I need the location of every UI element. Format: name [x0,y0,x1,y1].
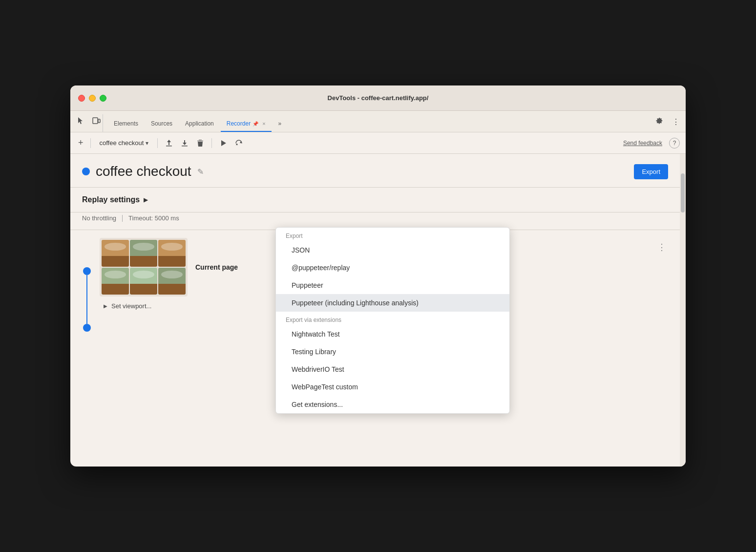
window-title: DevTools - coffee-cart.netlify.app/ [328,94,429,102]
export-json-item[interactable]: JSON [276,241,509,259]
play-button[interactable] [217,137,230,149]
devtools-tab-bar: Elements Sources Application Recorder 📌 … [70,111,686,132]
toolbar-divider-3 [211,138,212,148]
toolbar-divider-2 [157,138,158,148]
info-divider [122,215,123,222]
devtools-window: DevTools - coffee-cart.netlify.app/ Elem… [70,85,686,467]
edit-title-icon[interactable]: ✎ [197,167,204,176]
main-content: coffee checkout ✎ Export Replay settings… [70,154,686,467]
send-feedback-link[interactable]: Send feedback [623,140,662,147]
svg-rect-3 [182,146,188,147]
step-more-icon[interactable]: ⋮ [655,240,668,255]
export-webpagetest-item[interactable]: WebPageTest custom [276,378,509,396]
tab-more[interactable]: » [273,117,288,132]
set-viewport-chevron: ▶ [104,303,107,309]
recording-title: coffee checkout [96,164,191,179]
step-circle-1 [83,267,91,275]
help-icon[interactable]: ? [669,138,680,149]
tab-application[interactable]: Application [179,117,220,132]
traffic-lights [78,95,106,102]
recorder-toolbar: + coffee checkout ▾ [70,132,686,154]
step-thumbnail [100,238,188,297]
step-circle-2 [83,324,91,332]
tab-sources[interactable]: Sources [145,117,178,132]
more-options-icon[interactable]: ⋮ [670,115,682,128]
tab-elements[interactable]: Elements [108,117,144,132]
device-toolbar-icon[interactable] [90,114,103,129]
scrollbar-thumb[interactable] [681,173,685,212]
close-button[interactable] [78,95,85,102]
get-extensions-item[interactable]: Get extensions... [276,396,509,413]
cursor-tool-icon[interactable] [74,114,87,129]
export-button[interactable]: Export [634,164,668,179]
tab-recorder[interactable]: Recorder 📌 × [221,117,272,132]
upload-button[interactable] [163,137,175,149]
recording-status-dot [82,168,90,175]
export-puppeteer-lighthouse-item[interactable]: Puppeteer (including Lighthouse analysis… [276,294,509,312]
toolbar-divider-1 [90,138,91,148]
download-button[interactable] [178,137,191,149]
export-dropdown-menu: Export JSON @puppeteer/replay Puppeteer … [275,227,510,414]
no-throttling-label: No throttling [82,214,116,222]
recording-name-dropdown[interactable]: coffee checkout ▾ [96,137,153,149]
add-recording-button[interactable]: + [76,136,85,150]
svg-rect-2 [166,146,172,147]
tab-close-icon[interactable]: × [262,121,265,127]
recording-header: coffee checkout ✎ Export [70,154,680,188]
export-section-label: Export [276,228,509,241]
step-timeline [82,238,92,332]
timeout-label: Timeout: 5000 ms [128,214,179,222]
scrollbar[interactable] [680,154,686,467]
export-via-extensions-label: Export via extensions [276,312,509,325]
export-webdriverio-item[interactable]: WebdriverIO Test [276,361,509,378]
step-over-button[interactable] [232,137,245,149]
svg-rect-0 [93,118,98,124]
title-bar: DevTools - coffee-cart.netlify.app/ [70,85,686,111]
export-testing-library-item[interactable]: Testing Library [276,343,509,361]
export-puppeteer-item[interactable]: Puppeteer [276,276,509,294]
settings-icon[interactable] [653,114,666,129]
maximize-button[interactable] [100,95,106,102]
delete-button[interactable] [194,137,207,149]
minimize-button[interactable] [89,95,96,102]
replay-settings-chevron: ▶ [144,196,148,203]
export-nightwatch-item[interactable]: Nightwatch Test [276,325,509,343]
svg-rect-1 [98,119,100,123]
chevron-down-icon: ▾ [146,140,148,147]
toolbar-right-icons: ⋮ [653,114,682,132]
set-viewport-label: Set viewport... [111,302,151,310]
export-puppeteer-replay-item[interactable]: @puppeteer/replay [276,259,509,276]
step-line [86,275,87,324]
replay-settings-row[interactable]: Replay settings ▶ [70,188,680,212]
recorder-pin-icon: 📌 [252,121,258,127]
replay-settings-label: Replay settings [82,195,140,204]
